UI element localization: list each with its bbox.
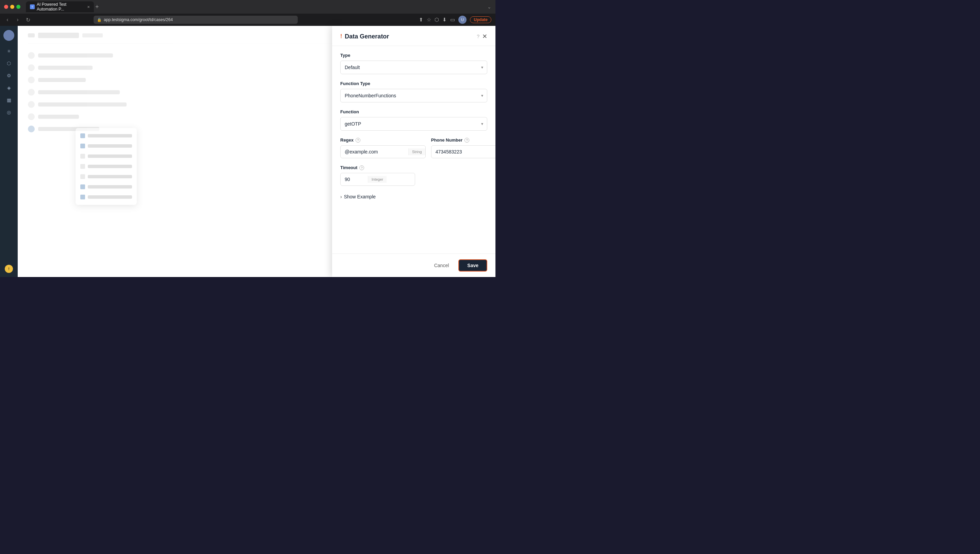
panel-footer: Cancel Save [332,253,495,277]
sidebar-notification-badge[interactable]: ! [5,265,13,273]
cancel-button[interactable]: Cancel [429,260,455,271]
phone-number-input-wrapper: Integer [431,145,495,158]
phone-number-input[interactable] [431,146,495,158]
tab-close-button[interactable]: ✕ [87,5,90,9]
function-type-label: Function Type [340,81,487,86]
function-select-wrapper: getOTP ▾ [340,117,487,131]
timeout-label: Timeout [340,165,357,170]
extensions-icon[interactable]: ⬡ [434,17,439,23]
regex-help-icon[interactable]: ? [356,138,360,143]
dropdown-item-random [76,161,137,172]
phone-number-label: Phone Number [431,137,463,143]
timeout-help-icon[interactable]: ? [360,166,364,170]
main-area: ≡ ⬡ ⚙ ◈ ▦ ◎ ! [0,26,495,277]
timeout-input-wrapper: Integer [340,173,415,186]
function-label: Function [340,109,487,115]
timeout-input[interactable] [340,173,368,185]
show-example-chevron-icon: › [340,194,342,199]
tab-bar: T AI Powered Test Automation P... ✕ + [26,2,485,12]
tab-favicon: T [30,5,35,9]
new-tab-button[interactable]: + [95,4,99,10]
url-text: app.testsigma.com/groot/td/cases/264 [104,18,173,22]
bookmark-icon[interactable]: ☆ [427,17,431,23]
type-label: Type [340,53,487,58]
dropdown-item-runtime [76,141,137,151]
active-tab[interactable]: T AI Powered Test Automation P... ✕ [26,2,94,12]
phone-number-help-icon[interactable]: ? [465,138,469,143]
browser-chrome: T AI Powered Test Automation P... ✕ + ⌄ [0,0,495,14]
share-icon[interactable]: ⬆ [419,17,423,23]
dropdown-item-data-generator [76,172,137,182]
regex-badge: String [408,148,425,155]
update-button[interactable]: Update [470,16,492,23]
dropdown-item-mail-box [76,192,137,202]
address-bar[interactable]: 🔒 app.testsigma.com/groot/td/cases/264 [94,16,298,24]
regex-label: Regex [340,137,353,143]
panel-exclamation-icon: ! [340,33,342,40]
regex-input[interactable] [340,146,408,158]
type-select-wrapper: Default ▾ [340,60,487,74]
download-icon[interactable]: ⬇ [442,17,447,23]
timeout-badge: Integer [368,176,387,183]
sidebar-icon-settings[interactable]: ⚙ [4,71,14,80]
regex-form-group: Regex ? String [340,137,426,158]
profile-avatar[interactable]: U [458,16,466,24]
show-example-label: Show Example [344,194,375,199]
regex-input-wrapper: String [340,145,426,158]
browser-actions: ⬆ ☆ ⬡ ⬇ ▭ U Update [419,16,492,24]
dropdown-item-environment [76,151,137,161]
panel-close-button[interactable]: ✕ [482,33,487,40]
tab-label: AI Powered Test Automation P... [37,2,84,11]
data-generator-panel: ! Data Generator ? ✕ Type Default ▾ Func… [332,26,495,277]
panel-help-icon[interactable]: ? [477,34,479,39]
panel-header: ! Data Generator ? ✕ [332,26,495,46]
sidebar-icon-circle[interactable]: ◎ [4,108,14,117]
dropdown-item-phone-number [76,182,137,192]
lock-icon: 🔒 [97,18,102,22]
back-button[interactable]: ‹ [4,17,11,23]
function-select[interactable]: getOTP [340,117,487,131]
sidebar-toggle-icon[interactable]: ▭ [450,17,455,23]
type-select[interactable]: Default [340,60,487,74]
dropdown-item-parameter [76,131,137,141]
dropdown-menu-blurred [76,128,137,205]
panel-title: Data Generator [345,33,474,40]
sidebar-icon-grid[interactable]: ◈ [4,83,14,92]
forward-button[interactable]: › [14,17,21,23]
phone-number-form-group: Phone Number ? Integer [431,137,495,158]
window-control-chevron: ⌄ [487,4,492,10]
close-traffic-light[interactable] [4,5,8,9]
sidebar-avatar[interactable] [3,30,14,41]
function-form-group: Function getOTP ▾ [340,109,487,131]
regex-phone-row: Regex ? String Phone Number ? [340,137,487,158]
sidebar: ≡ ⬡ ⚙ ◈ ▦ ◎ ! [0,26,18,277]
maximize-traffic-light[interactable] [16,5,21,9]
sidebar-icon-cases[interactable]: ▦ [4,95,14,105]
function-type-select[interactable]: PhoneNumberFunctions [340,89,487,102]
panel-body: Type Default ▾ Function Type PhoneNumber… [332,46,495,253]
function-type-select-wrapper: PhoneNumberFunctions ▾ [340,89,487,102]
function-type-form-group: Function Type PhoneNumberFunctions ▾ [340,81,487,102]
traffic-lights [4,5,21,9]
minimize-traffic-light[interactable] [10,5,14,9]
sidebar-icon-menu[interactable]: ≡ [4,46,14,56]
save-button[interactable]: Save [458,259,487,272]
timeout-form-group: Timeout ? Integer [340,165,487,186]
type-form-group: Type Default ▾ [340,53,487,74]
show-example-row[interactable]: › Show Example [340,193,487,201]
address-bar-row: ‹ › ↻ 🔒 app.testsigma.com/groot/td/cases… [0,14,495,26]
refresh-button[interactable]: ↻ [24,17,31,23]
sidebar-icon-dashboard[interactable]: ⬡ [4,59,14,68]
